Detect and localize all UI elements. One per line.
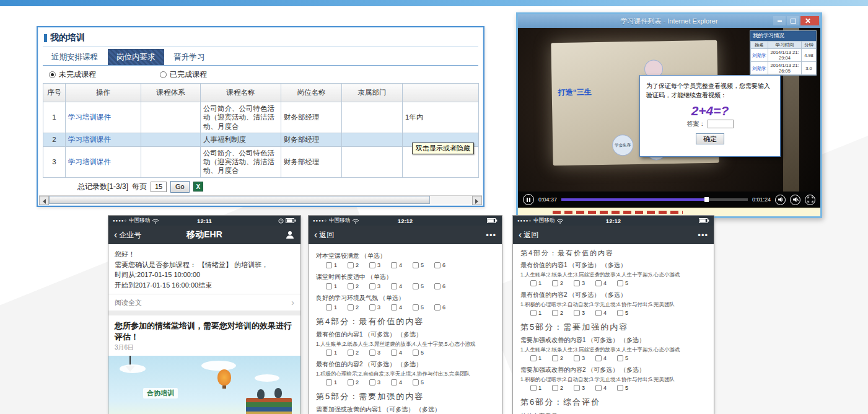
study-courseware-link[interactable]: 学习培训课件 [68, 158, 111, 165]
checkbox-box[interactable] [530, 385, 537, 391]
checkbox-box[interactable] [552, 385, 558, 391]
back-button[interactable]: ‹ 企业号 [114, 230, 141, 240]
scroll-right-button[interactable] [472, 196, 482, 205]
checkbox-box[interactable] [391, 350, 397, 356]
checkbox[interactable]: 4 [391, 262, 402, 268]
checkbox-box[interactable] [326, 262, 332, 268]
checkbox[interactable]: 5 [413, 262, 424, 268]
table-row[interactable]: 1 学习培训课件 公司简介、公司特色活动（迎宾活动、清洁活动、月度合 财务部经理… [43, 102, 479, 133]
checkbox-box[interactable] [413, 283, 419, 289]
checkbox-box[interactable] [369, 283, 375, 289]
checkbox[interactable]: 2 [348, 304, 359, 310]
study-courseware-link[interactable]: 学习培训课件 [68, 136, 111, 143]
checkbox[interactable]: 2 [348, 262, 359, 268]
checkbox[interactable]: 3 [574, 310, 585, 316]
checkbox-box[interactable] [326, 304, 332, 310]
message-card[interactable]: 您所参加的情绪堂培训，需要您对培训的效果进行评估！ 3月6日 合协培训 您所参加… [108, 315, 300, 414]
student-name-link[interactable]: 刘助学 [751, 62, 768, 75]
checkbox[interactable]: 3 [369, 350, 380, 356]
profile-icon[interactable] [285, 230, 295, 240]
checkbox-box[interactable] [348, 350, 354, 356]
checkbox[interactable]: 1 [326, 262, 337, 268]
checkbox[interactable]: 5 [413, 379, 424, 385]
more-menu-icon[interactable]: ••• [486, 231, 496, 240]
checkbox-box[interactable] [595, 280, 602, 286]
checkbox[interactable]: 1 [530, 385, 541, 391]
checkbox[interactable]: 5 [413, 304, 424, 310]
checkbox[interactable]: 6 [434, 262, 445, 268]
checkbox[interactable]: 5 [413, 350, 424, 356]
checkbox[interactable]: 2 [348, 350, 359, 356]
checkbox-box[interactable] [348, 304, 354, 310]
more-menu-icon[interactable]: ••• [698, 231, 708, 240]
checkbox[interactable]: 4 [391, 283, 402, 289]
checkbox[interactable]: 5 [617, 310, 628, 316]
checkbox[interactable]: 1 [530, 310, 541, 316]
minimize-button[interactable] [773, 16, 786, 25]
checkbox-box[interactable] [369, 262, 375, 268]
checkbox-box[interactable] [391, 304, 397, 310]
checkbox-box[interactable] [391, 283, 397, 289]
study-courseware-link[interactable]: 学习培训课件 [68, 113, 111, 121]
window-titlebar[interactable]: 学习课件列表 - Internet Explorer [518, 14, 820, 28]
seek-thumb[interactable] [704, 197, 709, 202]
checkbox[interactable]: 1 [530, 355, 541, 361]
checkbox-box[interactable] [413, 350, 419, 356]
radio-completed-courses[interactable]: 已完成课程 [160, 69, 207, 80]
seek-bar[interactable] [561, 198, 748, 201]
checkbox[interactable]: 3 [369, 262, 380, 268]
checkbox-box[interactable] [348, 262, 354, 268]
checkbox-box[interactable] [595, 310, 602, 316]
checkbox-box[interactable] [326, 283, 332, 289]
checkbox[interactable]: 5 [413, 283, 424, 289]
close-button[interactable] [800, 16, 819, 25]
checkbox-box[interactable] [552, 355, 558, 361]
checkbox[interactable]: 6 [434, 283, 445, 289]
message-card[interactable]: 您好！ 需要您确认是否参加课程： 【情绪堂】 的培训班， 时间从:2017-01… [108, 244, 300, 310]
checkbox[interactable]: 1 [326, 350, 337, 356]
checkbox-box[interactable] [617, 310, 623, 316]
checkbox-box[interactable] [530, 310, 537, 316]
checkbox[interactable]: 2 [348, 379, 359, 385]
scrollbar-track[interactable] [49, 196, 472, 205]
checkbox-box[interactable] [391, 262, 397, 268]
checkbox-box[interactable] [617, 355, 623, 361]
checkbox-box[interactable] [574, 310, 580, 316]
checkbox[interactable]: 4 [595, 355, 607, 361]
checkbox[interactable]: 3 [574, 385, 585, 391]
mute-icon[interactable] [790, 195, 800, 205]
checkbox[interactable]: 4 [595, 310, 607, 316]
checkbox[interactable]: 3 [369, 379, 380, 385]
back-button[interactable]: ‹ 返回 [519, 230, 538, 240]
checkbox-box[interactable] [326, 379, 332, 385]
checkbox-box[interactable] [552, 280, 558, 286]
checkbox-box[interactable] [434, 262, 441, 268]
checkbox[interactable]: 2 [552, 355, 563, 361]
checkbox[interactable]: 1 [326, 379, 337, 385]
pause-button[interactable] [523, 194, 534, 205]
checkbox-box[interactable] [413, 262, 419, 268]
checkbox-box[interactable] [530, 355, 537, 361]
checkbox[interactable]: 5 [617, 280, 628, 286]
checkbox-box[interactable] [369, 350, 375, 356]
radio-uncompleted-courses[interactable]: 未完成课程 [49, 69, 96, 80]
checkbox[interactable]: 3 [574, 355, 585, 361]
checkbox-box[interactable] [552, 310, 558, 316]
checkbox-box[interactable] [326, 350, 332, 356]
captcha-answer-input[interactable] [708, 120, 734, 128]
checkbox[interactable]: 3 [369, 283, 380, 289]
scrollbar-thumb[interactable] [49, 196, 430, 204]
maximize-button[interactable] [787, 16, 799, 25]
checkbox[interactable]: 4 [391, 304, 402, 310]
checkbox-box[interactable] [617, 280, 623, 286]
checkbox-box[interactable] [574, 355, 580, 361]
checkbox-box[interactable] [348, 283, 354, 289]
checkbox-box[interactable] [369, 304, 375, 310]
page-size-input[interactable] [151, 182, 167, 192]
checkbox-box[interactable] [369, 379, 375, 385]
checkbox[interactable]: 1 [326, 304, 337, 310]
checkbox-box[interactable] [574, 280, 580, 286]
scroll-left-button[interactable] [39, 196, 49, 205]
checkbox[interactable]: 4 [391, 379, 402, 385]
captcha-ok-button[interactable]: 确定 [696, 133, 724, 144]
